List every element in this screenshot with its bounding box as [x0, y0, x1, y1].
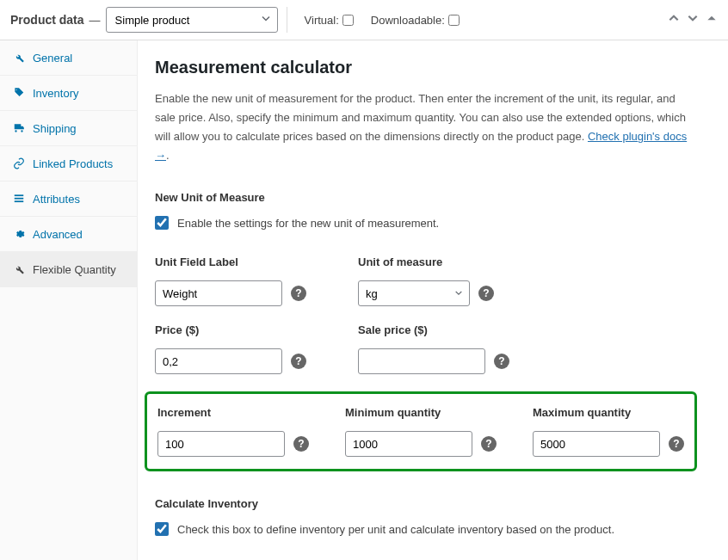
- sidebar-item-label: Inventory: [33, 87, 78, 100]
- page-description: Enable the new unit of measurement for t…: [155, 89, 697, 165]
- page-heading: Measurement calculator: [155, 58, 697, 77]
- toggle-panel-icon[interactable]: [706, 12, 718, 28]
- separator: [287, 7, 287, 33]
- help-icon[interactable]: ?: [291, 354, 306, 369]
- min-quantity-field: Minimum quantity ?: [345, 406, 497, 457]
- calc-inventory-checkbox[interactable]: [155, 522, 169, 536]
- unit-field-label-field: Unit Field Label ?: [155, 255, 306, 306]
- increment-field: Increment ?: [157, 406, 309, 457]
- field-label: Maximum quantity: [533, 406, 684, 419]
- product-type-select[interactable]: Simple product: [106, 7, 278, 33]
- help-icon[interactable]: ?: [291, 286, 306, 301]
- help-icon[interactable]: ?: [669, 436, 684, 452]
- truck-icon: [12, 121, 26, 135]
- sidebar-item-flexible-quantity[interactable]: Flexible Quantity: [0, 252, 137, 287]
- virtual-checkbox[interactable]: [342, 15, 354, 26]
- price-input[interactable]: [155, 348, 282, 374]
- list-icon: [12, 192, 26, 206]
- sidebar-item-label: Flexible Quantity: [33, 263, 116, 276]
- wrench-icon: [12, 262, 26, 276]
- field-label: Minimum quantity: [345, 406, 497, 419]
- sidebar-item-attributes[interactable]: Attributes: [0, 182, 137, 217]
- sidebar-item-inventory[interactable]: Inventory: [0, 76, 137, 111]
- downloadable-label: Downloadable:: [371, 14, 445, 27]
- unit-field-label-input[interactable]: [155, 280, 282, 306]
- field-label: Unit of measure: [358, 255, 494, 268]
- unit-of-measure-field: Unit of measure kg ?: [358, 255, 494, 306]
- sidebar-item-label: General: [33, 52, 72, 65]
- field-label: Increment: [157, 406, 309, 419]
- gear-icon: [12, 227, 26, 241]
- calc-inventory-desc: Check this box to define inventory per u…: [177, 523, 614, 536]
- dash: —: [89, 14, 101, 27]
- tag-icon: [12, 86, 26, 100]
- field-label: Sale price ($): [358, 323, 509, 336]
- downloadable-checkbox[interactable]: [448, 15, 460, 26]
- sidebar-item-general[interactable]: General: [0, 40, 137, 76]
- sidebar-item-advanced[interactable]: Advanced: [0, 217, 137, 252]
- enable-label: Enable the settings for the new unit of …: [177, 217, 439, 230]
- svg-rect-1: [15, 198, 24, 200]
- price-field: Price ($) ?: [155, 323, 306, 374]
- panel-title: Product data: [10, 13, 84, 27]
- enable-checkbox[interactable]: [155, 216, 169, 230]
- sidebar-item-linked[interactable]: Linked Products: [0, 146, 137, 182]
- increment-input[interactable]: [157, 431, 285, 457]
- calc-inventory-label: Calculate Inventory: [155, 497, 697, 510]
- description-suffix: .: [166, 149, 170, 162]
- sale-price-field: Sale price ($) ?: [358, 323, 509, 374]
- help-icon[interactable]: ?: [478, 286, 494, 301]
- new-unit-label: New Unit of Measure: [155, 191, 697, 204]
- sidebar-item-label: Attributes: [33, 193, 80, 206]
- main-content: Measurement calculator Enable the new un…: [138, 40, 728, 560]
- sidebar-item-shipping[interactable]: Shipping: [0, 111, 137, 146]
- header-options: Virtual: Downloadable:: [305, 14, 460, 27]
- link-icon: [12, 157, 26, 170]
- panel-body: General Inventory Shipping Linked Produc…: [0, 40, 728, 560]
- panel-header: Product data — Simple product Virtual: D…: [0, 0, 728, 40]
- header-collapse-controls: [668, 12, 718, 28]
- sidebar-item-label: Linked Products: [33, 157, 113, 170]
- svg-rect-0: [15, 194, 24, 196]
- downloadable-option[interactable]: Downloadable:: [371, 14, 460, 27]
- field-label: Price ($): [155, 323, 306, 336]
- sidebar-item-label: Shipping: [33, 122, 77, 135]
- sidebar: General Inventory Shipping Linked Produc…: [0, 40, 138, 560]
- collapse-up-icon[interactable]: [668, 12, 680, 28]
- sale-price-input[interactable]: [358, 348, 485, 374]
- help-icon[interactable]: ?: [494, 354, 509, 369]
- min-quantity-input[interactable]: [345, 431, 472, 457]
- unit-of-measure-select[interactable]: kg: [358, 280, 470, 306]
- sidebar-item-label: Advanced: [33, 228, 83, 241]
- wrench-icon: [12, 51, 26, 65]
- field-label: Unit Field Label: [155, 255, 306, 268]
- help-icon[interactable]: ?: [293, 436, 309, 452]
- svg-rect-2: [15, 200, 24, 202]
- max-quantity-field: Maximum quantity ?: [533, 406, 684, 457]
- help-icon[interactable]: ?: [481, 436, 497, 452]
- enable-row: Enable the settings for the new unit of …: [155, 216, 697, 230]
- virtual-label: Virtual:: [305, 14, 339, 27]
- max-quantity-input[interactable]: [533, 431, 660, 457]
- collapse-down-icon[interactable]: [687, 12, 699, 28]
- calc-inventory-row: Check this box to define inventory per u…: [155, 522, 697, 536]
- virtual-option[interactable]: Virtual:: [305, 14, 354, 27]
- fields-row-2: Price ($) ? Sale price ($) ?: [155, 323, 697, 374]
- highlighted-quantity-box: Increment ? Minimum quantity ? Maximum q…: [145, 391, 697, 471]
- fields-row-1: Unit Field Label ? Unit of measure kg: [155, 255, 697, 306]
